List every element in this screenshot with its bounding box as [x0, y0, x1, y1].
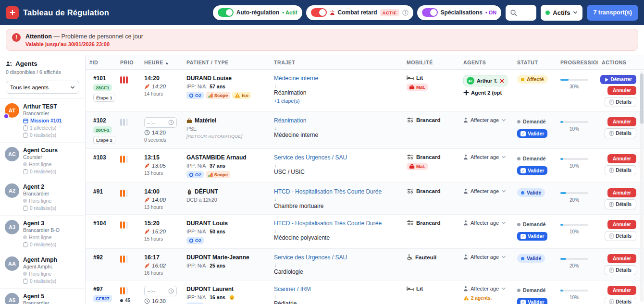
clock-icon — [144, 130, 150, 135]
column-header-actions[interactable]: ACTIONS — [598, 60, 644, 65]
transport-row-91: #9114:0014:0013 hoursDÉFUNTDCD à 12h20HT… — [86, 183, 644, 215]
person-icon — [463, 254, 468, 260]
cancel-button[interactable]: Annuler — [607, 117, 636, 126]
cancel-button[interactable]: Annuler — [607, 220, 636, 229]
agent-list-item-a2[interactable]: A2Agent 2BrancardierHors ligne0 réalisée… — [0, 179, 85, 215]
assign-agent-dropdown[interactable]: Affecter age — [463, 286, 509, 292]
add-agent-button[interactable]: Agent 2 (opt — [463, 90, 509, 96]
agent-mission-link[interactable]: Mission #101 — [23, 118, 62, 123]
trajet-origin-link[interactable]: Service des Urgences / SAU — [274, 254, 399, 261]
column-header-patient-type[interactable]: PATIENT / TYPE — [183, 60, 270, 65]
vertical-scrollbar[interactable] — [640, 71, 644, 302]
arrow-down-icon: ↓ — [274, 293, 399, 299]
transport-count-button[interactable]: 7 transport(s) — [587, 5, 638, 21]
cancel-button[interactable]: Annuler — [607, 188, 636, 197]
patient-name: DUPONT Marie-Jeanne — [186, 254, 266, 261]
etape-badge: Étape 1 — [93, 94, 115, 102]
trajet-extra-steps-link[interactable]: +1 étape(s) — [274, 98, 399, 104]
details-button[interactable]: Détails — [605, 297, 636, 304]
rocket-icon — [144, 163, 150, 169]
column-header-id[interactable]: #ID — [86, 60, 116, 65]
trajet-origin-link[interactable]: Service des Urgences / SAU — [274, 154, 399, 161]
details-button[interactable]: Détails — [605, 128, 636, 138]
validate-button[interactable]: ✓Valider — [517, 166, 547, 175]
time-input[interactable]: --:-- — [144, 117, 177, 128]
trajet-origin-link[interactable]: Réanimation — [274, 117, 399, 124]
progress-percent: 10% — [560, 229, 588, 234]
scrollbar-thumb[interactable] — [640, 73, 644, 124]
status-dot-icon — [521, 257, 524, 260]
mobility-type: Brancard — [407, 154, 456, 160]
column-header-prio[interactable]: PRIO — [116, 60, 140, 65]
agent-list-item-aa[interactable]: AAAgent AmphAgent Amphi.Hors ligne0 réal… — [0, 252, 85, 288]
column-header-trajet[interactable]: TRAJET — [270, 60, 403, 65]
toggle-switch-combat-retard[interactable] — [311, 8, 327, 17]
validate-button[interactable]: ✓Valider — [517, 232, 547, 241]
patient-name: DURAND Louise — [186, 75, 266, 82]
bed-icon — [407, 286, 414, 292]
trajet-origin-link[interactable]: HTCD - Hospitalisation Très Courte Durée — [274, 188, 399, 195]
transport-row-103: #10313:1513:0513 hoursGASTAMBIDE ArnaudI… — [86, 149, 644, 183]
assign-agent-dropdown[interactable]: Affecter age — [463, 154, 509, 160]
chevron-icon — [501, 189, 506, 194]
trajet-origin-link[interactable]: Médecine interne — [274, 75, 399, 82]
details-button[interactable]: Détails — [605, 165, 636, 175]
remove-agent-icon[interactable] — [500, 79, 504, 83]
patient-name: DUPONT Laurent — [186, 286, 266, 292]
toggle-specialisations[interactable]: Spécialisations• ON — [417, 5, 502, 20]
rocket-icon — [144, 229, 150, 234]
start-button[interactable]: Démarrer — [600, 75, 636, 84]
cancel-button[interactable]: Annuler — [607, 86, 636, 95]
toggle-combat-retard[interactable]: Combat retardACTIF — [306, 5, 413, 20]
priority-bars — [120, 76, 136, 84]
agent-filter-select[interactable]: Tous les agents — [6, 81, 79, 94]
column-header-statut[interactable]: STATUT — [513, 60, 557, 65]
alert-separator: — — [53, 33, 60, 40]
details-button[interactable]: Détails — [605, 199, 636, 209]
search-input[interactable] — [520, 9, 532, 16]
cancel-button[interactable]: Annuler — [607, 286, 636, 295]
trajet-origin-link[interactable]: Scanner / IRM — [274, 286, 399, 292]
cancel-button[interactable]: Annuler — [607, 154, 636, 163]
toggle-switch-auto-regulation[interactable] — [218, 8, 234, 17]
arrow-down-icon: ↓ — [274, 262, 399, 268]
assign-agent-dropdown[interactable]: Affecter age — [463, 117, 509, 123]
details-button[interactable]: Détails — [605, 231, 636, 241]
assign-agent-dropdown[interactable]: Affecter age — [463, 254, 509, 260]
toggle-auto-regulation[interactable]: Auto-régulation• Actif — [213, 5, 302, 20]
agent-list-item-a3[interactable]: A3Agent 3Brancardier B-OHors ligne0 réal… — [0, 215, 85, 252]
agent-list-item-ac[interactable]: ACAgent CoursCoursierHors ligne0 réalisé… — [0, 142, 85, 179]
search-box[interactable] — [506, 5, 536, 21]
agent-list-item-a5[interactable]: A5Agent 5BrancardierHors ligne0 réalisée… — [0, 288, 85, 304]
rocket-icon — [144, 197, 150, 203]
time-input[interactable]: --:-- — [144, 286, 177, 296]
details-button[interactable]: Détails — [605, 265, 636, 275]
details-button[interactable]: Détails — [605, 97, 636, 107]
column-header-progression[interactable]: PROGRESSION — [557, 60, 598, 65]
agent-list-item-at[interactable]: ATArthur TESTBrancardierMission #1011 af… — [0, 98, 85, 142]
assigned-agent-name: Arthur T. — [477, 78, 497, 84]
column-header-mobilit[interactable]: MOBILITÉ — [403, 60, 459, 65]
chevron-icon — [501, 220, 506, 225]
priority-bars — [120, 156, 136, 163]
cancel-button[interactable]: Annuler — [607, 254, 636, 263]
doc-icon — [609, 268, 614, 273]
doc-icon — [609, 299, 614, 304]
toggle-switch-specialisations[interactable] — [422, 8, 438, 17]
validate-button[interactable]: ✓Valider — [517, 298, 547, 304]
validate-button[interactable]: ✓Valider — [517, 129, 547, 138]
assign-agent-dropdown[interactable]: Affecter age — [463, 220, 509, 226]
info-icon[interactable] — [402, 10, 409, 16]
status-dot-icon — [517, 157, 520, 160]
agent-avatar: A2 — [5, 183, 19, 198]
assign-agent-dropdown[interactable]: Affecter age — [463, 188, 509, 194]
mobility-type: Fauteuil — [407, 254, 456, 260]
transport-row-104: #10415:2015:2015 hoursDURANT LouisIPP: N… — [86, 215, 644, 249]
trajet-origin-link[interactable]: HTCD - Hospitalisation Très Courte Durée — [274, 220, 399, 227]
column-header-heure[interactable]: HEURE ▲ — [140, 60, 183, 65]
assigned-agent-chip[interactable]: ATArthur T. — [463, 75, 508, 86]
column-header-agents[interactable]: AGENTS — [459, 60, 513, 65]
offline-dot-icon — [23, 199, 27, 203]
status-filter-select[interactable]: Actifs — [541, 5, 582, 21]
scheduled-time: 16:17 — [144, 254, 179, 261]
